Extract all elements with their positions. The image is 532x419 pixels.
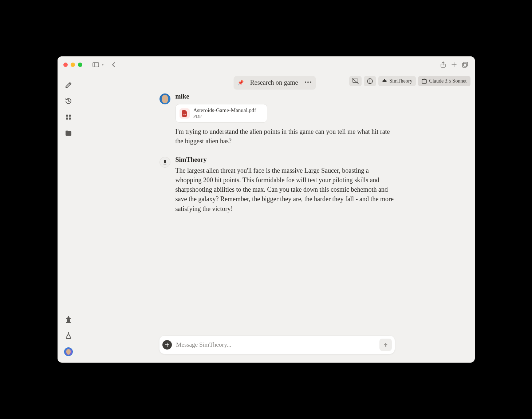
conversation-title-pill[interactable]: 📌 Research on game •••: [234, 76, 316, 89]
simtheory-chip-label: SimTheory: [389, 78, 412, 84]
message-assistant: SimTheory The largest alien threat you'l…: [159, 156, 395, 213]
main-area: 📌 Research on game ••• SimTheory: [79, 73, 475, 363]
tabs-icon[interactable]: [461, 61, 469, 69]
user-avatar-sidebar[interactable]: [64, 347, 73, 356]
chevron-down-icon[interactable]: ▾: [102, 63, 104, 67]
back-button[interactable]: [110, 61, 118, 69]
app-body: 📌 Research on game ••• SimTheory: [58, 73, 475, 363]
attachment-name: Asteroids-Game-Manual.pdf: [193, 107, 256, 113]
svg-point-7: [66, 115, 68, 117]
message-input[interactable]: [176, 341, 375, 348]
composer-area: [79, 336, 475, 363]
message-author: SimTheory: [176, 156, 395, 164]
info-button[interactable]: [364, 76, 376, 86]
message-text: I'm trying to understand the alien point…: [176, 127, 395, 146]
user-avatar: [159, 93, 170, 104]
svg-rect-18: [164, 160, 166, 163]
header-right: SimTheory Claude 3.5 Sonnet: [349, 76, 470, 86]
zoom-window-button[interactable]: [78, 63, 82, 67]
minimize-window-button[interactable]: [71, 63, 75, 67]
svg-point-9: [66, 117, 68, 120]
svg-point-15: [384, 79, 385, 81]
model-chip-label: Claude 3.5 Sonnet: [429, 78, 466, 84]
new-tab-icon[interactable]: [450, 61, 458, 69]
apps-icon[interactable]: [64, 113, 72, 121]
message-list: mike PDF Asteroids-Game-Manual.pdf PDF I…: [79, 73, 475, 336]
svg-point-8: [69, 115, 71, 117]
conversation-title: Research on game: [250, 79, 298, 87]
message-text: The largest alien threat you'll face is …: [176, 166, 395, 213]
svg-line-12: [352, 79, 358, 84]
message-author: mike: [176, 93, 395, 100]
attachment-type: PDF: [193, 113, 256, 119]
svg-rect-19: [163, 164, 166, 164]
model-chip[interactable]: Claude 3.5 Sonnet: [418, 76, 470, 86]
svg-rect-5: [464, 62, 468, 66]
svg-rect-16: [422, 80, 426, 83]
more-icon[interactable]: •••: [305, 80, 312, 85]
history-icon[interactable]: [64, 97, 72, 105]
window-controls: [63, 63, 82, 67]
attachment-card[interactable]: PDF Asteroids-Game-Manual.pdf PDF: [176, 104, 268, 123]
svg-point-10: [69, 117, 71, 120]
pdf-file-icon: PDF: [180, 108, 190, 119]
compose-icon[interactable]: [64, 81, 72, 89]
tower-icon[interactable]: [64, 315, 72, 323]
svg-rect-0: [93, 63, 99, 67]
close-window-button[interactable]: [63, 63, 68, 67]
svg-text:PDF: PDF: [183, 113, 186, 116]
message-user: mike PDF Asteroids-Game-Manual.pdf PDF I…: [159, 93, 395, 146]
share-icon[interactable]: [439, 61, 447, 69]
sidebar: [58, 73, 79, 363]
svg-rect-6: [462, 63, 466, 67]
screen-off-button[interactable]: [349, 76, 362, 86]
bot-avatar: [159, 157, 170, 168]
add-attachment-button[interactable]: [162, 340, 172, 350]
titlebar: ▾: [58, 56, 475, 73]
folder-icon[interactable]: [64, 129, 72, 137]
simtheory-chip[interactable]: SimTheory: [378, 76, 416, 86]
app-window: ▾: [58, 56, 475, 363]
sidebar-toggle-icon[interactable]: [92, 61, 100, 69]
send-button[interactable]: [379, 339, 392, 351]
composer: [159, 336, 395, 354]
flask-icon[interactable]: [64, 331, 72, 339]
pin-icon: 📌: [237, 80, 244, 86]
